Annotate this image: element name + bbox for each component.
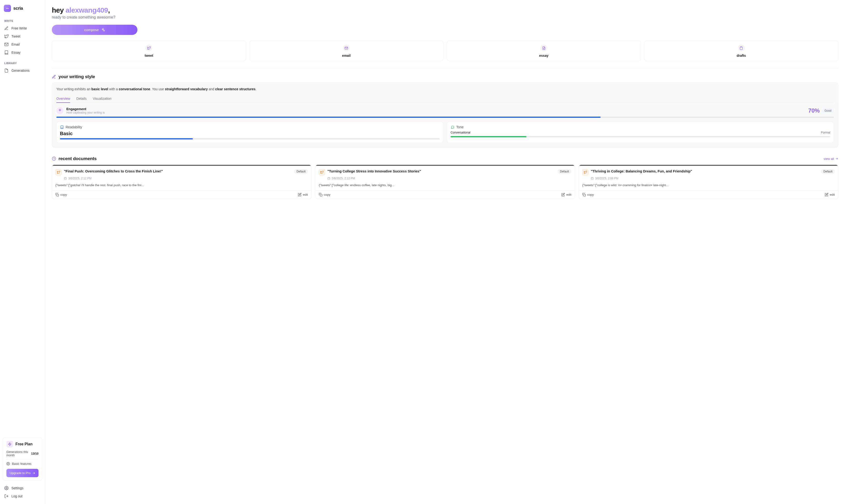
quick-card-drafts[interactable]: drafts	[644, 41, 839, 61]
nav-library-group: LIBRARY Generations	[3, 62, 42, 75]
quick-card-email[interactable]: email	[249, 41, 444, 61]
brand-logo-icon	[4, 5, 11, 12]
gear-icon	[6, 462, 10, 466]
logout-icon	[4, 494, 8, 498]
doc-badge: Default	[821, 169, 835, 174]
nav-write-label: WRITE	[3, 19, 42, 22]
doc-card[interactable]: "Turning College Stress into Innovative …	[315, 165, 575, 199]
tone-bar	[451, 136, 830, 137]
style-section-title: your writing style	[58, 74, 95, 79]
twitter-icon	[4, 34, 8, 38]
doc-head: "Final Push: Overcoming Glitches to Cros…	[55, 169, 308, 175]
readability-bar-fill	[60, 138, 193, 140]
upgrade-button-label: Upgrade to Pro	[10, 471, 31, 475]
sidebar-item-label: Log out	[12, 494, 22, 498]
doc-actions: copy edit	[315, 190, 575, 199]
style-summary-bold: conversational tone	[119, 87, 150, 91]
style-summary: Your writing exhibits an basic level wit…	[56, 87, 834, 91]
copy-label: copy	[61, 193, 67, 196]
doc-card[interactable]: "Final Push: Overcoming Glitches to Cros…	[52, 165, 311, 199]
tab-overview[interactable]: Overview	[56, 95, 70, 103]
tone-bar-fill	[451, 136, 527, 137]
style-tabs: Overview Details Visualization	[56, 95, 834, 103]
edit-button[interactable]: edit	[562, 193, 571, 196]
style-section-header: your writing style	[52, 74, 838, 79]
engagement-badge: Good	[822, 108, 834, 113]
edit-button[interactable]: edit	[298, 193, 308, 196]
greeting-hey: hey	[52, 6, 66, 14]
greeting-username: alexwang409	[66, 6, 108, 14]
copy-button[interactable]: copy	[319, 193, 330, 196]
tone-start-label: Conversational	[451, 131, 470, 134]
doc-date: 3/6/2025, 2:12 PM	[332, 177, 355, 180]
copy-button[interactable]: copy	[55, 193, 67, 196]
sidebar-item-settings[interactable]: Settings	[3, 484, 42, 492]
svg-rect-4	[741, 47, 742, 47]
sidebar-item-logout[interactable]: Log out	[3, 492, 42, 500]
mail-icon	[343, 44, 350, 51]
sidebar-item-free-write[interactable]: Free Write	[3, 24, 42, 32]
engagement-score: 70% Good	[808, 107, 834, 114]
upgrade-button[interactable]: Upgrade to Pro	[6, 469, 38, 477]
copy-label: copy	[587, 193, 594, 196]
doc-preview: {"tweets":["gotcha! i'll handle the rest…	[55, 183, 308, 187]
doc-title: "Turning College Stress into Innovative …	[327, 169, 555, 174]
doc-card[interactable]: "Thriving in College: Balancing Dreams, …	[579, 165, 838, 199]
sidebar-item-label: Free Write	[12, 26, 27, 30]
readability-head: Readability	[60, 125, 439, 129]
engagement-subtitle: How captivating your writing is	[66, 111, 105, 114]
readability-metric: Readability Basic	[56, 122, 443, 143]
engagement-title: Engagement	[66, 107, 105, 111]
compose-button[interactable]: compose	[52, 25, 137, 35]
readability-bar	[60, 138, 439, 140]
file-icon	[4, 68, 8, 73]
svg-rect-8	[328, 177, 330, 180]
plan-usage-label: Generations this month	[6, 450, 30, 457]
copy-button[interactable]: copy	[582, 193, 594, 196]
sidebar-item-generations[interactable]: Generations	[3, 67, 42, 75]
doc-badge: Default	[294, 169, 308, 174]
sidebar-item-label: Settings	[12, 486, 23, 490]
edit-button[interactable]: edit	[825, 193, 835, 196]
sidebar-item-tweet[interactable]: Tweet	[3, 32, 42, 40]
sidebar-item-label: Email	[12, 42, 20, 46]
style-summary-bold: basic level	[91, 87, 108, 91]
plan-features-label: Basic features	[12, 462, 31, 466]
copy-icon	[582, 193, 586, 196]
plan-features-row: Basic features	[6, 462, 38, 466]
tab-visualization[interactable]: Visualization	[93, 95, 111, 103]
readability-value: Basic	[60, 131, 72, 136]
nav-library-label: LIBRARY	[3, 62, 42, 65]
brand-row[interactable]: scria	[3, 4, 42, 13]
doc-head: "Turning College Stress into Innovative …	[319, 169, 571, 175]
doc-title: "Thriving in College: Balancing Dreams, …	[591, 169, 818, 174]
doc-actions: copy edit	[579, 190, 838, 199]
plan-title: Free Plan	[15, 442, 33, 446]
plan-usage-count: 13/10	[31, 452, 38, 455]
view-all-link[interactable]: view all	[824, 157, 838, 161]
quick-card-label: tweet	[144, 54, 153, 57]
recent-docs-grid: "Final Push: Overcoming Glitches to Cros…	[52, 165, 838, 199]
quick-card-tweet[interactable]: tweet	[52, 41, 246, 61]
tab-details[interactable]: Details	[76, 95, 87, 103]
engagement-percent: 70%	[808, 107, 820, 114]
twitter-icon	[145, 44, 152, 51]
brand-name: scria	[13, 6, 23, 11]
copy-icon	[319, 193, 323, 196]
sparkles-icon	[101, 28, 105, 32]
sidebar-item-essay[interactable]: Essay	[3, 49, 42, 56]
compose-button-label: compose	[84, 28, 99, 32]
sidebar-item-email[interactable]: Email	[3, 40, 42, 49]
svg-rect-6	[65, 177, 67, 180]
chat-icon	[451, 125, 454, 129]
quick-card-essay[interactable]: essay	[447, 41, 641, 61]
arrow-right-icon	[835, 157, 838, 160]
edit-label: edit	[830, 193, 835, 196]
tone-end-label: Formal	[821, 131, 830, 134]
engagement-text: Engagement How captivating your writing …	[66, 107, 105, 114]
doc-meta: 3/6/2025, 2:12 PM	[64, 177, 308, 180]
style-summary-text: . You use	[150, 87, 165, 91]
sidebar-item-label: Generations	[12, 69, 30, 72]
sidebar-bottom: Free Plan Generations this month 13/10 B…	[3, 437, 42, 500]
style-summary-bold: straightforward vocabulary	[165, 87, 208, 91]
